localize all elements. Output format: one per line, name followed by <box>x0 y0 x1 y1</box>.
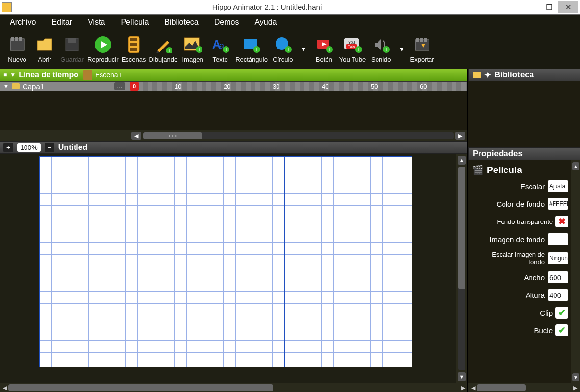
menu-vista[interactable]: Vista <box>83 16 110 28</box>
scroll-up-icon[interactable]: ▲ <box>458 156 466 165</box>
save-icon <box>62 35 82 54</box>
library-header: ✦ Biblioteca <box>468 69 580 81</box>
scroll-thumb[interactable] <box>477 384 526 391</box>
ruler-tick: 60 <box>420 83 427 90</box>
prop-field-height[interactable]: 400 <box>548 289 568 301</box>
timeline-body: ▼ Capa1 … 0 10 20 30 40 50 60 <box>0 81 467 91</box>
draw-icon: + <box>153 35 173 54</box>
canvas-vscrollbar[interactable]: ▲ ▼ <box>456 154 467 383</box>
prop-label-escalar: Escalar <box>520 182 545 191</box>
svg-text:You: You <box>348 40 355 45</box>
prop-check-loop[interactable]: ✔ <box>555 324 568 336</box>
dropdown-media[interactable]: ▼ <box>398 45 405 53</box>
timeline-ruler[interactable]: 0 10 20 30 40 50 60 <box>128 82 467 91</box>
tool-imagen[interactable]: +Imagen <box>180 35 205 63</box>
prop-label-transparent: Fondo transparente <box>497 218 553 225</box>
tool-youtube[interactable]: YouTube+You Tube <box>339 35 366 63</box>
tool-abrir[interactable]: Abrir <box>32 35 57 63</box>
svg-rect-2 <box>15 37 18 41</box>
minimize-button[interactable]: — <box>519 1 539 13</box>
menu-ayuda[interactable]: Ayuda <box>250 16 281 28</box>
scene-label[interactable]: Escena1 <box>95 71 122 79</box>
scroll-left-icon[interactable]: ◀ <box>3 385 7 391</box>
trash-icon[interactable] <box>83 70 92 80</box>
canvas-title: Untitled <box>58 143 88 152</box>
collapse-icon[interactable]: ■ <box>3 72 7 78</box>
svg-text:+: + <box>286 46 290 53</box>
svg-rect-3 <box>19 37 22 41</box>
svg-text:+: + <box>225 46 228 53</box>
tool-label: Texto <box>213 56 228 63</box>
zoom-out-button[interactable]: − <box>45 143 54 152</box>
layer-options-button[interactable]: … <box>114 82 125 90</box>
svg-rect-5 <box>68 38 76 43</box>
tool-circulo[interactable]: +Círculo <box>271 35 295 63</box>
prop-field-bgimage[interactable] <box>548 233 568 245</box>
image-icon: + <box>183 35 202 54</box>
scroll-thumb[interactable] <box>458 167 465 289</box>
svg-rect-10 <box>130 48 137 51</box>
clapboard-icon: 🎬 <box>472 164 484 175</box>
app-icon <box>2 2 12 12</box>
canvas-viewport[interactable] <box>0 154 456 383</box>
tool-label: Rectángulo <box>235 56 268 63</box>
prop-check-transparent[interactable]: ✖ <box>555 216 568 227</box>
tool-reproducir[interactable]: Reproducir <box>87 35 119 63</box>
scroll-right-icon[interactable]: ▶ <box>461 385 465 391</box>
scroll-down-icon[interactable]: ▼ <box>458 372 466 381</box>
zoom-in-button[interactable]: + <box>3 143 13 152</box>
scroll-up-icon[interactable]: ▲ <box>572 162 579 170</box>
playhead[interactable]: 0 <box>130 82 139 91</box>
tool-escenas[interactable]: Escenas <box>122 35 146 63</box>
tool-exportar[interactable]: Exportar <box>410 35 434 63</box>
layer-expand-icon[interactable]: ▼ <box>3 83 9 89</box>
timeline-tracks[interactable] <box>0 91 467 130</box>
menu-archivo[interactable]: Archivo <box>5 16 41 28</box>
scroll-right-icon[interactable]: ▶ <box>573 385 577 391</box>
tool-label: Reproducir <box>87 56 119 63</box>
menu-biblioteca[interactable]: Biblioteca <box>159 16 203 28</box>
layer-row[interactable]: ▼ Capa1 … <box>0 82 128 91</box>
timeline-scrollbar[interactable]: ◀ • • • ▶ <box>0 130 467 141</box>
tool-texto[interactable]: Aa+Texto <box>208 35 232 63</box>
tool-label: Círculo <box>273 56 293 63</box>
menu-demos[interactable]: Demos <box>209 16 244 28</box>
new-icon <box>7 35 27 54</box>
tool-guardar[interactable]: Guardar <box>60 35 84 63</box>
library-body[interactable] <box>468 81 580 147</box>
prop-label-clip: Clip <box>540 309 553 317</box>
circle-icon: + <box>273 35 293 54</box>
rectangle-icon: + <box>242 35 261 54</box>
scroll-thumb[interactable]: • • • <box>143 132 202 139</box>
tool-boton[interactable]: +Botón <box>312 35 336 63</box>
tool-nuevo[interactable]: Nuevo <box>5 35 29 63</box>
canvas-header: + 100% − Untitled <box>0 141 467 154</box>
maximize-button[interactable]: ☐ <box>539 1 558 13</box>
tool-label: Escenas <box>122 56 146 63</box>
tool-rectangulo[interactable]: +Rectángulo <box>235 35 268 63</box>
prop-field-bgscale[interactable]: Ningun <box>548 252 568 264</box>
prop-label-loop: Bucle <box>534 326 553 335</box>
scroll-left-icon[interactable]: ◀ <box>131 132 141 140</box>
dropdown-shapes[interactable]: ▼ <box>300 45 307 53</box>
prop-field-bgcolor[interactable]: #FFFFF <box>548 198 568 210</box>
bottom-scrollbar[interactable]: ◀ ▶ ◀ ▶ <box>0 383 580 392</box>
close-button[interactable]: ✕ <box>558 1 578 13</box>
zoom-value[interactable]: 100% <box>17 143 41 152</box>
scroll-down-icon[interactable]: ▼ <box>572 373 579 381</box>
canvas[interactable] <box>39 156 412 367</box>
scroll-left-icon[interactable]: ◀ <box>471 385 475 391</box>
scroll-thumb[interactable] <box>8 384 273 391</box>
tool-sonido[interactable]: +Sonido <box>369 35 393 63</box>
tool-dibujando[interactable]: +Dibujando <box>149 35 178 63</box>
properties-section: 🎬 Película <box>469 162 570 177</box>
prop-field-escalar[interactable]: Ajusta <box>548 180 568 192</box>
prop-field-width[interactable]: 600 <box>548 271 568 283</box>
prop-check-clip[interactable]: ✔ <box>555 307 568 318</box>
properties-scrollbar[interactable]: ▲ ▼ <box>571 160 580 383</box>
svg-rect-40 <box>424 38 427 42</box>
scroll-right-icon[interactable]: ▶ <box>455 132 465 140</box>
menu-editar[interactable]: Editar <box>47 16 77 28</box>
menu-pelicula[interactable]: Película <box>116 16 153 28</box>
expand-icon[interactable]: ▼ <box>10 72 16 78</box>
